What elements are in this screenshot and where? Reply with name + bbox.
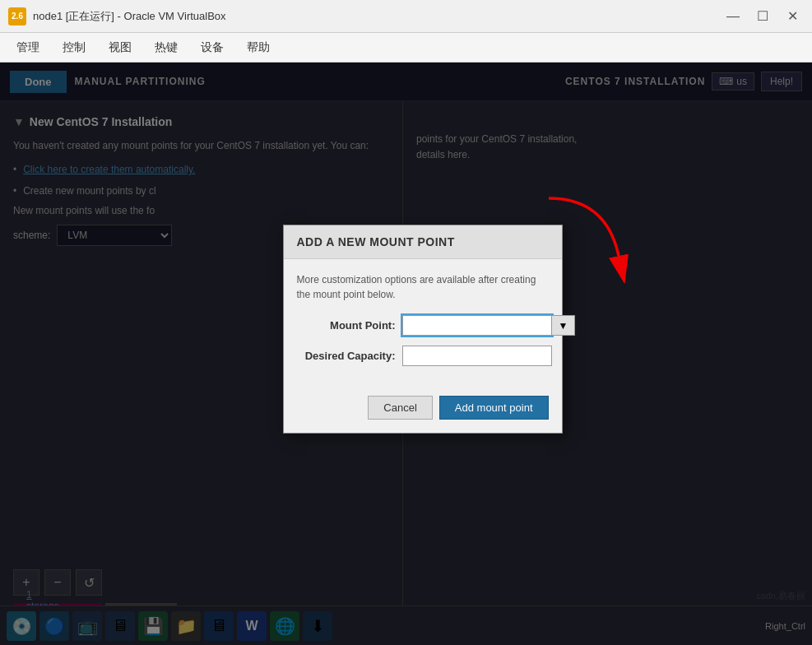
- modal-dialog: ADD A NEW MOUNT POINT More customization…: [283, 225, 563, 434]
- desired-capacity-row: Desired Capacity:: [297, 346, 549, 366]
- modal-body: More customization options are available…: [284, 259, 562, 389]
- modal-footer: Cancel Add mount point: [284, 389, 562, 433]
- mount-point-input[interactable]: [402, 315, 552, 336]
- titlebar: 2.6 node1 [正在运行] - Oracle VM VirtualBox …: [0, 0, 812, 33]
- minimize-button[interactable]: —: [722, 5, 745, 28]
- window-controls: — ☐ ✕: [722, 5, 804, 28]
- menu-item-devices[interactable]: 设备: [191, 37, 234, 58]
- modal-title: ADD A NEW MOUNT POINT: [297, 235, 455, 248]
- desired-capacity-input-wrapper: [402, 346, 552, 366]
- mount-point-dropdown-btn[interactable]: ▼: [552, 315, 576, 336]
- mount-point-label: Mount Point:: [297, 319, 396, 332]
- desired-capacity-input[interactable]: [402, 346, 552, 366]
- menu-item-view[interactable]: 视图: [99, 37, 142, 58]
- app-icon: 2.6: [8, 7, 26, 26]
- desired-capacity-label: Desired Capacity:: [297, 350, 396, 362]
- menu-item-help[interactable]: 帮助: [237, 37, 280, 58]
- window-title: node1 [正在运行] - Oracle VM VirtualBox: [33, 9, 722, 24]
- modal-description: More customization options are available…: [297, 272, 549, 302]
- installer: Done MANUAL PARTITIONING CENTOS 7 INSTAL…: [0, 63, 812, 645]
- menu-item-hotkey[interactable]: 热键: [145, 37, 188, 58]
- maximize-button[interactable]: ☐: [751, 5, 774, 28]
- modal-overlay: ADD A NEW MOUNT POINT More customization…: [0, 63, 812, 645]
- cancel-button[interactable]: Cancel: [368, 396, 432, 420]
- mount-point-row: Mount Point: ▼: [297, 315, 549, 336]
- menu-item-manage[interactable]: 管理: [7, 37, 49, 58]
- modal-header: ADD A NEW MOUNT POINT: [284, 225, 562, 259]
- close-button[interactable]: ✕: [781, 5, 804, 28]
- vm-window: Done MANUAL PARTITIONING CENTOS 7 INSTAL…: [0, 63, 812, 645]
- add-mount-point-button[interactable]: Add mount point: [439, 396, 549, 420]
- mount-point-input-wrapper: ▼: [402, 315, 576, 336]
- menubar: 管理 控制 视图 热键 设备 帮助: [0, 33, 812, 63]
- menu-item-control[interactable]: 控制: [53, 37, 95, 58]
